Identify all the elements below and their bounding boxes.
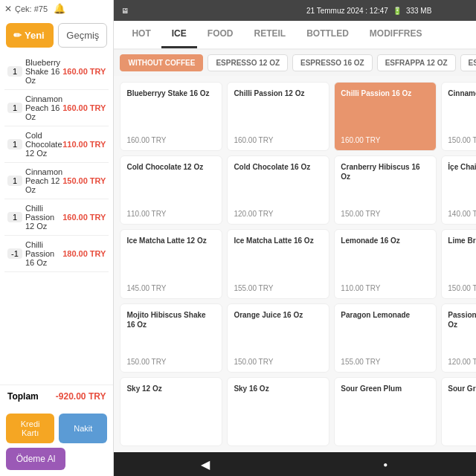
product-price: 145.00 TRY xyxy=(126,284,216,292)
left-arrow[interactable]: ◀ xyxy=(201,457,210,472)
product-card-21[interactable]: Sky 16 Oz xyxy=(227,377,329,446)
order-item-name: Chilli Passion 16 Oz xyxy=(25,240,62,267)
product-card-17[interactable]: Paragon Lemonade 155.00 TRY xyxy=(334,303,437,373)
product-name: Sour Green Plum xyxy=(341,384,430,393)
product-card-18[interactable]: Passion Lemonade 16 Oz 120.00 TRY xyxy=(441,303,476,373)
category-tab-modiffres[interactable]: MODIFFRES xyxy=(359,21,433,48)
product-card-13[interactable]: Lime Breeze 12 Oz 150.00 TRY xyxy=(441,229,476,298)
category-tab-ice[interactable]: ICE xyxy=(161,21,197,48)
toplam-row: Toplam -920.00 TRY xyxy=(0,385,113,408)
kredi-karti-button[interactable]: Kredi Kartı xyxy=(6,414,54,443)
bottom-nav: ◀ ● ▶ xyxy=(114,452,476,476)
product-price: 150.00 TRY xyxy=(126,358,216,366)
order-item-name: Cinnamon Peach 12 Oz xyxy=(25,167,62,194)
product-price: 150.00 TRY xyxy=(234,358,323,366)
product-price: 110.00 TRY xyxy=(126,210,216,218)
top-bar-center: 21 Temmuz 2024 : 12:47 🔋 333 MB xyxy=(306,7,431,15)
product-name: Lime Breeze 12 Oz xyxy=(448,236,476,245)
toplam-amount: -920.00 TRY xyxy=(56,391,106,402)
cek-label: Çek: #75 xyxy=(15,4,48,13)
order-item-name: Cold Chocolate 12 Oz xyxy=(25,131,62,158)
product-card-12[interactable]: Lemonade 16 Oz 110.00 TRY xyxy=(334,229,437,298)
product-name: Cranberry Hibiscus 16 Oz xyxy=(341,162,430,181)
monitor-icon: 🖥 xyxy=(121,7,129,15)
product-card-20[interactable]: Sky 12 Oz xyxy=(120,377,222,446)
product-price: 120.00 TRY xyxy=(234,210,323,218)
sub-tabs: WITHOUT COFFEEESPRESSO 12 OZESPRESSO 16 … xyxy=(114,50,476,76)
toplam-label: Toplam xyxy=(7,391,39,402)
category-tab-bottled[interactable]: BOTTLED xyxy=(296,21,359,48)
order-item-name: Chilli Passion 12 Oz xyxy=(25,204,62,231)
product-name: Blueberryy Stake 16 Oz xyxy=(126,89,216,98)
order-list: 1 Blueberry Shake 16 Oz 160.00 TRY 1 Cin… xyxy=(0,54,113,385)
product-name: Chilli Passion 12 Oz xyxy=(234,89,323,98)
product-name: Cold Chocolate 16 Oz xyxy=(234,162,323,172)
product-price: 160.00 TRY xyxy=(126,136,216,144)
product-card-2[interactable]: Chilli Passion 16 Oz 160.00 TRY xyxy=(334,82,437,151)
sub-tab-esfrappa-16-oz[interactable]: ESFRAPPA 16 OZ xyxy=(460,54,476,71)
sidebar-buttons: Kredi Kartı Nakit Ödeme Al xyxy=(0,408,113,476)
product-name: Cold Chocolate 12 Oz xyxy=(126,162,216,172)
gecmis-button[interactable]: Geçmiş xyxy=(58,23,107,48)
main-panel: 🖥 21 Temmuz 2024 : 12:47 🔋 333 MB ⊞ 🔍 NY… xyxy=(114,0,476,476)
product-card-7[interactable]: Cranberry Hibiscus 16 Oz 150.00 TRY xyxy=(334,155,437,225)
product-card-10[interactable]: Ice Matcha Latte 12 Oz 145.00 TRY xyxy=(120,229,222,298)
pencil-icon: ✏ xyxy=(13,30,22,41)
battery-icon: 🔋 xyxy=(393,7,402,15)
product-card-15[interactable]: Mojito Hibiscus Shake 16 Oz 150.00 TRY xyxy=(120,303,222,373)
order-list-item[interactable]: 1 Cinnamon Peach 12 Oz 150.00 TRY xyxy=(4,163,109,199)
product-card-5[interactable]: Cold Chocolate 12 Oz 110.00 TRY xyxy=(120,155,222,225)
center-circle[interactable]: ● xyxy=(383,460,387,469)
order-qty: 1 xyxy=(7,212,22,222)
sub-tab-espresso-12-oz[interactable]: ESPRESSO 12 OZ xyxy=(208,54,288,71)
category-tab-reteil[interactable]: RETEIL xyxy=(243,21,296,48)
nakit-button[interactable]: Nakit xyxy=(59,414,107,443)
product-price: 155.00 TRY xyxy=(234,284,323,292)
product-card-11[interactable]: Ice Matcha Latte 16 Oz 155.00 TRY xyxy=(227,229,329,298)
sidebar: ✕ Çek: #75 🔔 ✏ Yeni Geçmiş 1 Blueberry S… xyxy=(0,0,114,476)
product-card-6[interactable]: Cold Chocolate 16 Oz 120.00 TRY xyxy=(227,155,329,225)
datetime-label: 21 Temmuz 2024 : 12:47 xyxy=(306,7,388,15)
yeni-button[interactable]: ✏ Yeni xyxy=(6,23,54,48)
order-item-name: Cinnamon Peach 16 Oz xyxy=(25,94,62,121)
order-list-item[interactable]: 1 Cinnamon Peach 16 Oz 160.00 TRY xyxy=(4,90,109,126)
order-list-item[interactable]: 1 Blueberry Shake 16 Oz 160.00 TRY xyxy=(4,54,109,90)
product-price: 110.00 TRY xyxy=(341,284,430,292)
bell-icon[interactable]: 🔔 xyxy=(54,3,65,14)
product-price: 140.00 TRY xyxy=(448,210,476,218)
product-price: 150.00 TRY xyxy=(341,210,430,218)
product-card-22[interactable]: Sour Green Plum xyxy=(334,377,437,446)
product-price: 120.00 TRY xyxy=(448,358,476,366)
odeme-al-button[interactable]: Ödeme Al xyxy=(6,448,65,470)
product-card-0[interactable]: Blueberryy Stake 16 Oz 160.00 TRY xyxy=(120,82,222,151)
top-bar-left: 🖥 xyxy=(121,7,129,15)
product-name: Sky 12 Oz xyxy=(126,384,216,393)
sub-tab-without-coffee[interactable]: WITHOUT COFFEE xyxy=(120,54,203,71)
top-bar: 🖥 21 Temmuz 2024 : 12:47 🔋 333 MB ⊞ 🔍 NY xyxy=(114,0,476,21)
product-name: Paragon Lemonade xyxy=(341,310,430,320)
order-qty: 1 xyxy=(7,139,22,149)
order-list-item[interactable]: 1 Chilli Passion 12 Oz 160.00 TRY xyxy=(4,199,109,236)
order-item-price: 180.00 TRY xyxy=(62,249,106,258)
close-icon[interactable]: ✕ xyxy=(4,4,12,14)
product-price: 150.00 TRY xyxy=(448,284,476,292)
product-name: Ice Matcha Latte 12 Oz xyxy=(126,236,216,245)
product-card-3[interactable]: Cinnamon Peach 12 Oz 150.00 TRY xyxy=(441,82,476,151)
order-item-price: 110.00 TRY xyxy=(62,140,106,149)
product-card-1[interactable]: Chilli Passion 12 Oz 160.00 TRY xyxy=(227,82,329,151)
order-qty: -1 xyxy=(7,248,22,259)
category-tab-hot[interactable]: HOT xyxy=(121,21,161,48)
order-list-item[interactable]: -1 Chilli Passion 16 Oz 180.00 TRY xyxy=(4,236,109,272)
order-item-name: Blueberry Shake 16 Oz xyxy=(25,58,62,85)
product-card-16[interactable]: Orange Juice 16 Oz 150.00 TRY xyxy=(227,303,329,373)
product-card-8[interactable]: İçe Chai Tea Latte 12 Oz 140.00 TRY xyxy=(441,155,476,225)
payment-row: Kredi Kartı Nakit xyxy=(6,414,107,443)
order-list-item[interactable]: 1 Cold Chocolate 12 Oz 110.00 TRY xyxy=(4,126,109,163)
category-tab-food[interactable]: FOOD xyxy=(197,21,244,48)
category-tabs: HOTICEFOODRETEILBOTTLEDMODIFFRES xyxy=(114,21,476,50)
product-name: Passion Lemonade 16 Oz xyxy=(448,310,476,329)
product-card-23[interactable]: Sour Green Plum xyxy=(441,377,476,446)
sub-tab-esfrappa-12-oz[interactable]: ESFRAPPA 12 OZ xyxy=(377,54,456,71)
product-name: Mojito Hibiscus Shake 16 Oz xyxy=(126,310,216,329)
sub-tab-espresso-16-oz[interactable]: ESPRESSO 16 OZ xyxy=(292,54,373,71)
